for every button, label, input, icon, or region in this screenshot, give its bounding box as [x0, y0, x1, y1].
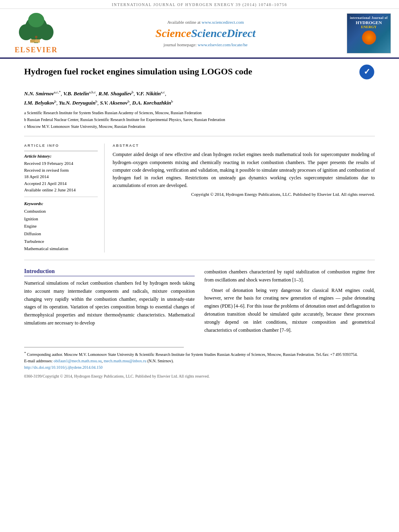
affiliations-list: a Scientific Research Institute for Syst… — [24, 110, 375, 129]
affiliation-b: b Russian Federal Nuclear Center, Russia… — [24, 117, 375, 123]
affiliation-c: c Moscow M.V. Lomonosov State University… — [24, 123, 375, 129]
section-divider-2 — [24, 260, 375, 260]
body-two-col: Introduction Numerical simulations of ro… — [24, 268, 375, 337]
intro-paragraph-right-2: Onset of detonation being very dangerous… — [204, 287, 375, 335]
authors-section: N.N. Smirnova,c,*, V.B. Betelina,b,c, R.… — [0, 86, 399, 132]
intro-right-text-1: combustion chambers characterized by rap… — [204, 269, 375, 283]
sciencedirect-url[interactable]: www.sciencedirect.com — [202, 20, 244, 25]
affiliation-a: a Scientific Research Institute for Syst… — [24, 110, 375, 116]
journal-cover-decoration — [362, 31, 376, 45]
svg-text:✓: ✓ — [364, 67, 370, 76]
header-center: Available online at www.sciencedirect.co… — [72, 12, 339, 54]
keyword-1: Combustion — [24, 207, 98, 215]
history-available: Available online 2 June 2014 — [24, 187, 98, 193]
author-sup-4: a,c — [161, 90, 165, 94]
author-smirnov: N.N. Smirnov — [24, 90, 54, 97]
footnote-email: E-mail addresses: obifaun1@mech.math.msu… — [24, 358, 375, 364]
keyword-4: Diffusion — [24, 230, 98, 238]
copyright-text: Copyright © 2014, Hydrogen Energy Public… — [113, 192, 375, 197]
body-intro-left: Numerical simulations of rocket combusti… — [24, 279, 195, 327]
elsevier-logo: ELSEVIER — [4, 12, 68, 54]
history-received2-date: 18 April 2014 — [24, 173, 98, 180]
journal-homepage-text: journal homepage: www.elsevier.com/locat… — [164, 42, 248, 47]
svg-rect-7 — [30, 39, 35, 43]
author-korchazhkin: D.A. Korchazhkin — [132, 100, 171, 106]
intro-paragraph-left: Numerical simulations of rocket combusti… — [24, 279, 195, 327]
footnote-section: * Corresponding author. Moscow M.V. Lomo… — [0, 350, 399, 372]
history-label: Article history: — [24, 154, 98, 158]
journal-header: ELSEVIER Available online at www.science… — [0, 9, 399, 59]
article-info-label: ARTICLE INFO — [24, 144, 98, 148]
svg-rect-8 — [35, 39, 40, 43]
author-nikitin: V.F. Nikitin — [136, 90, 160, 97]
footnote-corresponding: * Corresponding author. Moscow M.V. Lomo… — [24, 351, 375, 358]
journal-cover-image: international Journal of HYDROGEN ENERGY — [347, 13, 391, 53]
journal-cover-line1: international Journal of — [350, 16, 388, 20]
footnote-star: * — [24, 351, 26, 355]
keyword-6: Mathematical simulation — [24, 245, 98, 253]
section-divider-1 — [24, 136, 375, 136]
crossmark-icon: ✓ — [359, 64, 375, 80]
author-sup-1: a,c,* — [54, 90, 61, 94]
info-divider — [24, 151, 98, 151]
history-received1: Received 19 February 2014 — [24, 160, 98, 167]
keyword-3: Engine — [24, 222, 98, 230]
intro-right-text-2: Onset of detonation being very dangerous… — [204, 288, 375, 333]
journal-cover-line3: ENERGY — [361, 25, 377, 29]
history-received2: Received in revised form — [24, 167, 98, 174]
author-deryuguin: Yu.N. Deryuguin — [59, 100, 95, 106]
author-sup-2: a,b,c — [89, 90, 96, 94]
doi-link[interactable]: http://dx.doi.org/10.1016/j.ijhydene.201… — [24, 365, 103, 370]
svg-point-3 — [39, 24, 53, 40]
author-aksenov: S.V. Aksenov — [100, 100, 128, 106]
footnote-corresponding-text: Corresponding author. Moscow M.V. Lomono… — [27, 352, 358, 357]
author-betelin: V.B. Betelin — [64, 90, 89, 97]
body-right-col: combustion chambers characterized by rap… — [204, 268, 375, 337]
issn-text: 0360-3199/Copyright © 2014, Hydrogen Ene… — [24, 374, 210, 378]
footnote-doi: http://dx.doi.org/10.1016/j.ijhydene.201… — [24, 364, 375, 371]
issn-bar: 0360-3199/Copyright © 2014, Hydrogen Ene… — [0, 372, 399, 382]
article-title: Hydrogen fuel rocket engines simulation … — [24, 66, 375, 78]
journal-citation: INTERNATIONAL JOURNAL OF HYDROGEN ENERGY… — [112, 2, 287, 7]
email-link-1[interactable]: obifaun1@mech.math.msu.su — [53, 359, 101, 363]
top-bar: INTERNATIONAL JOURNAL OF HYDROGEN ENERGY… — [0, 0, 399, 9]
available-online-text: Available online at www.sciencedirect.co… — [167, 20, 244, 25]
journal-homepage-url[interactable]: www.elsevier.com/locate/he — [198, 42, 248, 47]
email-name: (N.N. Smirnov). — [147, 359, 174, 363]
body-intro-right: combustion chambers characterized by rap… — [204, 268, 375, 334]
svg-point-4 — [28, 13, 44, 27]
author-shagaliev: R.M. Shagaliev — [99, 90, 132, 97]
body-section: Introduction Numerical simulations of ro… — [0, 264, 399, 341]
authors-list: N.N. Smirnova,c,*, V.B. Betelina,b,c, R.… — [24, 89, 375, 108]
author-sup-8: b — [171, 99, 173, 103]
abstract-column: ABSTRACT Computer aided design of new ef… — [113, 144, 375, 253]
intro-paragraph-right-1: combustion chambers characterized by rap… — [204, 268, 375, 284]
svg-point-2 — [19, 24, 33, 40]
abstract-label: ABSTRACT — [113, 144, 375, 148]
journal-cover-area: international Journal of HYDROGEN ENERGY — [343, 12, 395, 54]
keyword-2: Ignition — [24, 215, 98, 223]
footnote-divider — [24, 347, 184, 347]
svg-point-5 — [35, 36, 37, 38]
journal-cover-line2: HYDROGEN — [356, 20, 382, 25]
body-left-col: Introduction Numerical simulations of ro… — [24, 268, 195, 337]
elsevier-wordmark: ELSEVIER — [14, 46, 58, 54]
article-title-section: ✓ Hydrogen fuel rocket engines simulatio… — [0, 59, 399, 86]
intro-title: Introduction — [24, 268, 195, 276]
email-link-2[interactable]: mech.math.msu@inbox.ru — [104, 359, 146, 363]
article-info-column: ARTICLE INFO Article history: Received 1… — [24, 144, 105, 253]
history-divider — [24, 197, 98, 197]
keyword-5: Turbulence — [24, 238, 98, 245]
history-accepted: Accepted 21 April 2014 — [24, 180, 98, 187]
sciencedirect-logo: ScienceScienceDirect — [156, 27, 256, 40]
abstract-text: Computer aided design of new effective a… — [113, 151, 375, 189]
keywords-label: Keywords: — [24, 201, 98, 206]
info-abstract-section: ARTICLE INFO Article history: Received 1… — [0, 140, 399, 256]
elsevier-tree-icon — [14, 12, 58, 44]
elsevier-logo-area: ELSEVIER — [4, 12, 68, 54]
author-belyakov: I.M. Belyakov — [24, 100, 54, 106]
